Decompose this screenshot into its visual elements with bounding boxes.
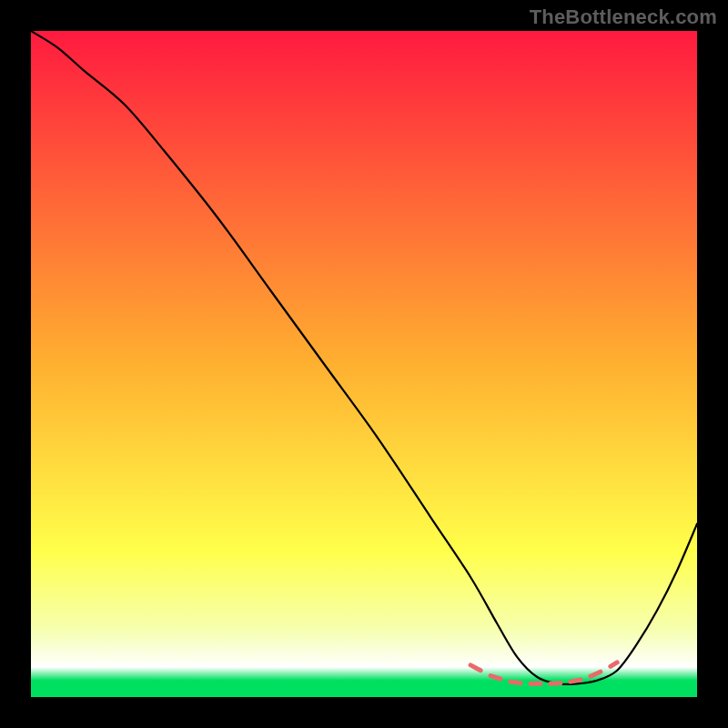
gradient-background: [31, 31, 697, 697]
bottleneck-chart: [31, 31, 697, 697]
svg-line-2: [511, 682, 521, 682]
plot-area: [31, 31, 697, 697]
watermark-text: TheBottleneck.com: [530, 5, 717, 29]
svg-line-4: [551, 683, 561, 684]
svg-line-5: [571, 680, 581, 682]
svg-line-1: [490, 676, 500, 680]
chart-container: TheBottleneck.com: [0, 0, 728, 728]
